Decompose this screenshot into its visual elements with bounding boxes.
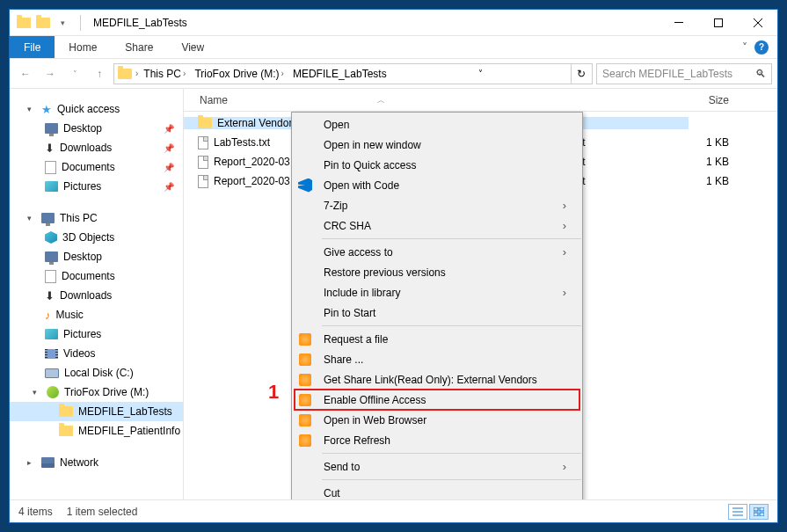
context-menu-item[interactable]: Open [292,114,582,135]
context-menu-item[interactable]: Restore previous versions [292,262,582,282]
sidebar-item-this-pc[interactable]: ▾This PC [10,208,183,228]
context-menu-label: Include in library [324,287,400,299]
chevron-right-icon: › [563,219,566,232]
chevron-right-icon: › [563,460,566,473]
triofox-action-icon [297,412,313,428]
back-button[interactable]: ← [15,63,36,84]
help-icon[interactable]: ? [754,40,769,55]
context-menu-item[interactable]: Cut [292,483,582,499]
sidebar-item-downloads[interactable]: ⬇Downloads📌 [10,138,183,157]
context-menu-item[interactable]: Pin to Quick access [292,155,582,175]
context-menu-item[interactable]: Open in new window [292,135,582,155]
sidebar-item-medfile-patientinfo[interactable]: MEDFILE_PatientInfo [10,421,183,441]
drive-icon [45,368,59,378]
breadcrumb-segment[interactable]: TrioFox Drive (M:)› [191,68,288,80]
network-icon [41,457,55,468]
chevron-right-icon: › [563,286,566,299]
context-menu-label: Open in new window [324,139,421,151]
sidebar-item-desktop[interactable]: Desktop📌 [10,119,183,138]
sidebar-item-videos[interactable]: Videos [10,344,183,363]
documents-icon [45,161,56,174]
maximize-button[interactable] [698,10,738,36]
context-menu-label: Get Share Link(Read Only): External Vend… [324,374,537,386]
qat-overflow-icon[interactable]: ▾ [54,14,71,32]
context-menu-item[interactable]: Get Share Link(Read Only): External Vend… [292,369,582,390]
sidebar-item-music[interactable]: ♪Music [10,305,183,324]
search-placeholder: Search MEDFILE_LabTests [602,68,755,80]
triofox-action-icon [297,352,313,368]
sidebar-item-documents[interactable]: Documents [10,266,183,286]
view-large-icons-button[interactable] [749,504,769,520]
sidebar-item-downloads[interactable]: ⬇Downloads [10,286,183,305]
context-menu-item[interactable]: Enable Offline Access [292,390,582,410]
search-icon: 🔍︎ [755,68,766,80]
sidebar-item-quick-access[interactable]: ▾★Quick access [10,99,183,119]
context-menu-item[interactable]: 7-Zip› [292,195,582,215]
music-icon: ♪ [45,309,51,322]
column-date[interactable]: ︿ [377,93,571,106]
annotation-number: 1 [268,381,279,404]
menu-separator [322,479,581,480]
file-type: ent [571,136,667,149]
column-name[interactable]: Name [184,94,377,106]
sidebar-item-triofox-drive[interactable]: ▾TrioFox Drive (M:) [10,383,183,402]
context-menu-label: Force Refresh [324,434,390,447]
tab-view[interactable]: View [167,36,218,58]
status-bar: 4 items 1 item selected [10,499,777,522]
context-menu-item[interactable]: Share ... [292,349,582,369]
svg-rect-4 [754,513,758,516]
context-menu-item[interactable]: Open with Code [292,175,582,195]
context-menu-item[interactable]: Give access to› [292,242,582,262]
file-tab[interactable]: File [10,36,55,58]
view-details-button[interactable] [728,504,747,520]
path-dropdown-icon[interactable]: ˅ [470,64,490,84]
explorer-window: ▾ MEDFILE_LabTests File Home Share View … [9,9,778,523]
desktop-icon [45,251,58,262]
forward-button[interactable]: → [40,63,61,84]
context-menu-item[interactable]: Request a file [292,329,582,349]
downloads-icon: ⬇ [45,142,55,155]
sidebar-item-desktop[interactable]: Desktop [10,247,183,266]
tab-home[interactable]: Home [55,36,111,58]
file-name: Report_2020-03 [214,156,290,168]
context-menu-item[interactable]: Force Refresh [292,430,582,450]
context-menu-item[interactable]: Pin to Start [292,302,582,323]
context-menu: OpenOpen in new windowPin to Quick acces… [291,112,583,499]
refresh-button[interactable]: ↻ [571,64,590,84]
sidebar-item-local-disk[interactable]: Local Disk (C:) [10,363,183,383]
file-icon [198,156,208,169]
sidebar-item-pictures[interactable]: Pictures📌 [10,177,183,196]
close-button[interactable] [738,10,777,36]
vscode-icon [297,178,313,193]
minimize-button[interactable] [659,10,698,36]
chevron-right-icon: › [563,199,566,212]
sidebar-item-network[interactable]: ▸Network [10,453,183,472]
chevron-down-icon[interactable]: ˅ [742,41,747,54]
context-menu-label: Share ... [324,353,363,366]
sidebar-item-3d-objects[interactable]: 3D Objects [10,228,183,247]
svg-rect-3 [760,507,764,511]
search-input[interactable]: Search MEDFILE_LabTests 🔍︎ [596,63,772,84]
sidebar-item-documents[interactable]: Documents📌 [10,157,183,177]
breadcrumb-segment[interactable]: MEDFILE_LabTests [289,68,390,80]
title-bar: ▾ MEDFILE_LabTests [10,10,777,36]
context-menu-item[interactable]: Send to› [292,456,582,477]
chevron-right-icon[interactable]: › [135,69,138,78]
sidebar-item-pictures[interactable]: Pictures [10,324,183,344]
sidebar-item-medfile-labtests[interactable]: MEDFILE_LabTests [10,402,183,421]
window-controls [659,10,777,36]
window-title: MEDFILE_LabTests [93,17,187,29]
column-size[interactable]: Size [667,94,738,106]
context-menu-label: Open in Web Browser [324,414,426,426]
file-size: 1 KB [667,175,738,187]
recent-locations-button[interactable]: ˅ [64,63,85,84]
breadcrumb-segment[interactable]: This PC› [140,68,189,80]
context-menu-item[interactable]: Open in Web Browser [292,410,582,430]
pin-icon: 📌 [164,182,174,192]
context-menu-item[interactable]: Include in library› [292,282,582,302]
breadcrumb[interactable]: › This PC› TrioFox Drive (M:)› MEDFILE_L… [113,63,593,84]
svg-rect-1 [714,18,722,26]
up-button[interactable]: ↑ [89,63,110,84]
tab-share[interactable]: Share [111,36,167,58]
context-menu-item[interactable]: CRC SHA› [292,215,582,236]
